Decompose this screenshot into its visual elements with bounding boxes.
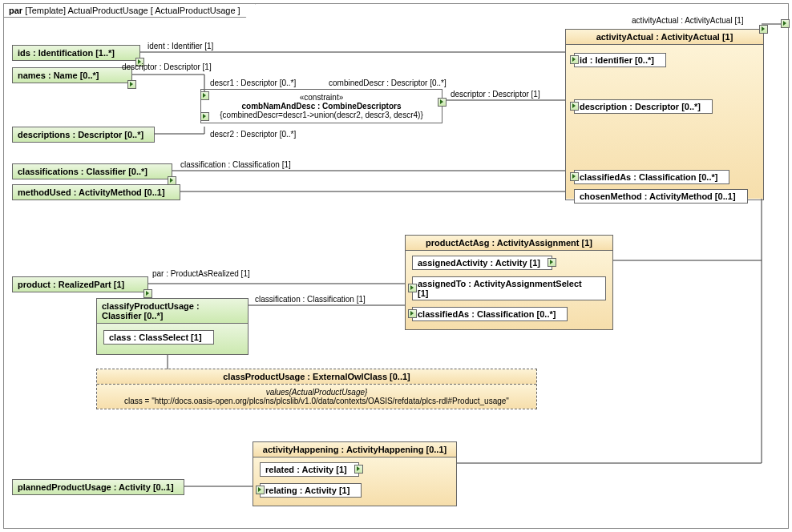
ids-label: ids : Identification [1..*] [18, 48, 115, 58]
label-par: par : ProductAsRealized [1] [152, 269, 250, 278]
classProductUsage-title: classProductUsage : ExternalOwlClass [0.… [97, 369, 536, 385]
classifications-label: classifications : Classifier [0..*] [18, 167, 147, 176]
label-descr2: descr2 : Descriptor [0..*] [210, 130, 296, 139]
classProductUsage-block: classProductUsage : ExternalOwlClass [0.… [96, 369, 537, 409]
slot-productActAsg-classifiedAs: classifiedAs : Classification [0..*] [412, 307, 568, 321]
port-icon [759, 25, 768, 34]
classifyProductUsage-title: classifyProductUsage : Classifier [0..*] [97, 299, 248, 324]
slot-id: id : Identifier [0..*] [574, 53, 666, 67]
label-descriptor-right: descriptor : Descriptor [1] [451, 90, 540, 99]
port-icon [548, 258, 556, 267]
port-icon [408, 309, 417, 318]
descriptions-label: descriptions : Descriptor [0..*] [18, 130, 143, 139]
ids-block: ids : Identification [1..*] [12, 45, 140, 61]
slot-classifiedAs: classifiedAs : Classification [0..*] [574, 170, 729, 184]
label-descr1: descr1 : Descriptor [0..*] [210, 79, 296, 87]
productActAsg-block: productActAsg : ActivityAssignment [1] a… [405, 235, 613, 330]
names-block: names : Name [0..*] [12, 67, 132, 83]
descriptions-block: descriptions : Descriptor [0..*] [12, 127, 155, 143]
frame-stereotype: [Template] [25, 6, 66, 15]
product-block: product : RealizedPart [1] [12, 276, 148, 292]
product-label: product : RealizedPart [1] [18, 280, 124, 289]
port-icon [354, 465, 363, 474]
frame-header: par [Template] ActualProductUsage [ Actu… [4, 4, 256, 18]
port-icon [570, 55, 579, 64]
port-icon [438, 98, 447, 107]
label-classification: classification : Classification [1] [180, 160, 291, 169]
slot-assignedActivity: assignedActivity : Activity [1] [412, 256, 552, 270]
slot-related: related : Activity [1] [260, 462, 359, 477]
classProductUsage-note: values{ActualProductUsage} [102, 388, 531, 397]
activityActual-outer-label: activityActual : ActivityActual [1] [632, 16, 744, 25]
port-icon [781, 19, 790, 28]
label-classification-cpu: classification : Classification [1] [255, 295, 366, 304]
productActAsg-title: productActAsg : ActivityAssignment [1] [406, 236, 612, 251]
names-label: names : Name [0..*] [18, 71, 99, 80]
classifications-block: classifications : Classifier [0..*] [12, 163, 172, 179]
constraint-title: combNamAndDesc : CombineDescriptors [206, 102, 437, 111]
port-icon [408, 284, 417, 292]
label-descriptor-names: descriptor : Descriptor [1] [122, 62, 212, 71]
frame-context: [ ActualProductUsage ] [151, 6, 240, 15]
classifyProductUsage-block: classifyProductUsage : Classifier [0..*]… [96, 298, 249, 355]
activityActual-block: activityActual : ActivityActual [1] id :… [565, 29, 764, 200]
port-icon [143, 289, 152, 298]
slot-description: description : Descriptor [0..*] [574, 99, 713, 114]
frame-name: ActualProductUsage [67, 6, 147, 15]
plannedProductUsage-label: plannedProductUsage : Activity [0..1] [18, 482, 174, 492]
plannedProductUsage-block: plannedProductUsage : Activity [0..1] [12, 479, 184, 495]
constraint-block: «constraint» combNamAndDesc : CombineDes… [200, 89, 442, 123]
classProductUsage-value: class = "http://docs.oasis-open.org/plcs… [102, 397, 531, 405]
slot-assignedTo: assignedTo : ActivityAssignmentSelect [1… [412, 276, 606, 300]
constraint-stereotype: «constraint» [206, 93, 437, 102]
frame-kind: par [9, 6, 22, 15]
port-icon [200, 91, 209, 100]
port-icon [200, 112, 209, 121]
port-icon [256, 486, 265, 494]
port-icon [570, 102, 579, 111]
slot-class: class : ClassSelect [1] [103, 330, 214, 345]
methodUsed-block: methodUsed : ActivityMethod [0..1] [12, 184, 180, 200]
port-icon [570, 172, 579, 181]
methodUsed-label: methodUsed : ActivityMethod [0..1] [18, 187, 165, 197]
constraint-expr: {combinedDescr=descr1->union(descr2, des… [206, 111, 437, 119]
slot-relating: relating : Activity [1] [260, 483, 362, 498]
slot-chosenMethod: chosenMethod : ActivityMethod [0..1] [574, 189, 748, 204]
activityHappening-block: activityHappening : ActivityHappening [0… [253, 441, 457, 506]
activityActual-title: activityActual : ActivityActual [1] [566, 30, 763, 45]
label-ident: ident : Identifier [1] [147, 42, 213, 50]
activityHappening-title: activityHappening : ActivityHappening [0… [253, 442, 456, 457]
label-combinedDescr: combinedDescr : Descriptor [0..*] [329, 79, 447, 87]
port-icon [127, 80, 136, 89]
